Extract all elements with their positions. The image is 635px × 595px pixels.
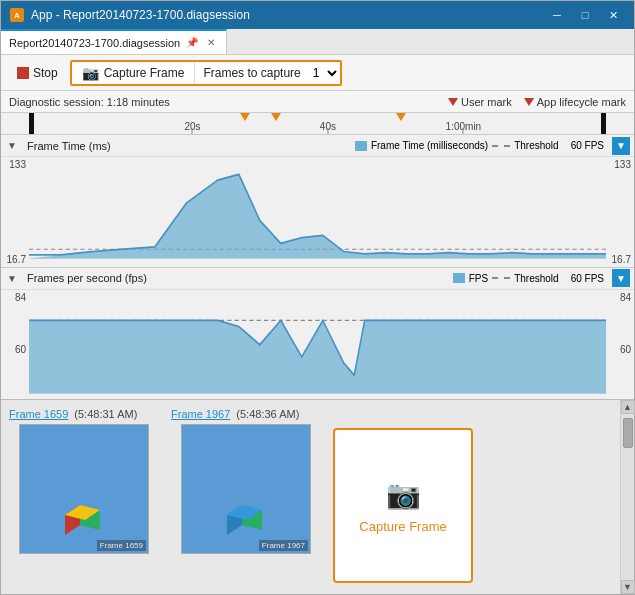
y-top-right-1: 133 [606,159,634,170]
tab-label: Report20140723-1700.diagsession [9,37,180,49]
frame-1659-link[interactable]: Frame 1659 [9,408,68,420]
frame-1967-link[interactable]: Frame 1967 [171,408,230,420]
svg-marker-4 [29,174,606,258]
frame-1659-header: Frame 1659 (5:48:31 AM) [9,408,159,420]
y-top-1: 133 [1,159,29,170]
app-lifecycle-label: App lifecycle mark [537,96,626,108]
collapse-arrow-2[interactable]: ▼ [5,271,19,285]
scroll-down-button[interactable]: ▼ [621,580,635,594]
stop-label: Stop [33,66,58,80]
charts-area: ▼ Frame Time (ms) Frame Time (millisecon… [1,135,634,399]
timeline-marker-1 [240,113,250,121]
legend: User mark App lifecycle mark [448,96,626,108]
tab-close-button[interactable]: ✕ [204,36,218,50]
minimize-button[interactable]: ─ [544,5,570,25]
capture-group: 📷 Capture Frame Frames to capture 1 2 4 [70,60,342,86]
frame-time-y-right: 133 16.7 [606,157,634,267]
stop-icon [17,67,29,79]
user-mark-icon [448,98,458,106]
frame-1967-header: Frame 1967 (5:48:36 AM) [171,408,321,420]
window-controls: ─ □ ✕ [544,5,626,25]
ruler-tick-40s [327,128,328,134]
ruler-tick-1min [463,128,464,134]
user-mark-legend: User mark [448,96,512,108]
capture-frame-tile[interactable]: 📷 Capture Frame [333,428,473,583]
fps-canvas [29,290,606,400]
fps-y-left: 84 60 [1,290,29,400]
y-mid-2: 60 [1,344,29,355]
y-bottom-right-1: 16.7 [606,254,634,265]
threshold-dashed-2 [492,277,510,279]
capture-tile-label: Capture Frame [359,519,446,534]
fps-label-2: 60 FPS [571,273,604,284]
fps-dropdown-1[interactable]: ▼ [612,137,630,155]
y-top-right-2: 84 [606,292,634,303]
y-mid-right-2: 60 [606,344,634,355]
ruler-tick-20s [192,128,193,134]
timeline-marker-2 [271,113,281,121]
frame-time-color [355,141,367,151]
threshold-dashed-1 [492,145,510,147]
scroll-thumb[interactable] [623,418,633,448]
frame-1967-thumbnail: Frame 1967 [181,424,311,554]
app-lifecycle-icon [524,98,534,106]
frames-to-capture-label: Frames to capture [195,66,308,80]
stop-button[interactable]: Stop [9,63,66,83]
fps-legend-label: FPS [469,273,488,284]
frame-time-legend: Frame Time (milliseconds) Threshold [355,140,559,151]
vertical-scrollbar: ▲ ▼ [620,400,634,594]
fps-label-1: 60 FPS [571,140,604,151]
frame-time-y-left: 133 16.7 [1,157,29,267]
frame-1659-thumbnail: Frame 1659 [19,424,149,554]
frame-time-chart: ▼ Frame Time (ms) Frame Time (millisecon… [1,135,634,268]
session-label: Diagnostic session: 1:18 minutes [9,96,448,108]
tab-bar: Report20140723-1700.diagsession 📌 ✕ [1,29,634,55]
timeline-start-bar [29,113,34,134]
toolbar: Stop 📷 Capture Frame Frames to capture 1… [1,55,634,91]
app-lifecycle-legend: App lifecycle mark [524,96,626,108]
fps-header: ▼ Frames per second (fps) FPS Threshold … [1,268,634,290]
svg-marker-7 [29,320,606,393]
frame-time-legend-label: Frame Time (milliseconds) [371,140,488,151]
fps-chart: ▼ Frames per second (fps) FPS Threshold … [1,268,634,400]
diagnostic-bar: Diagnostic session: 1:18 minutes User ma… [1,91,634,113]
frame-time-canvas [29,157,606,267]
frame-1659-label: Frame 1659 [97,540,146,551]
timeline-marker-3 [396,113,406,121]
fps-legend: FPS Threshold [453,273,559,284]
window-title: App - Report20140723-1700.diagsession [31,8,544,22]
capture-frame-button[interactable]: 📷 Capture Frame [72,62,196,84]
camera-icon: 📷 [82,65,99,81]
fps-color [453,273,465,283]
tab-diagsession[interactable]: Report20140723-1700.diagsession 📌 ✕ [1,29,227,54]
y-bottom-1: 16.7 [1,254,29,265]
threshold-label-2: Threshold [514,273,558,284]
timeline-end-bar [601,113,606,134]
fps-title: Frames per second (fps) [27,272,445,284]
fps-dropdown-2[interactable]: ▼ [612,269,630,287]
close-button[interactable]: ✕ [600,5,626,25]
tab-pin-icon: 📌 [186,37,198,48]
fps-svg [29,290,606,400]
frame-time-body: 133 16.7 133 16.7 [1,157,634,267]
capture-frame-label: Capture Frame [104,66,185,80]
app-icon: A [9,7,25,23]
collapse-arrow-1[interactable]: ▼ [5,139,19,153]
frames-panel: Frame 1659 (5:48:31 AM) [1,399,634,594]
scroll-up-button[interactable]: ▲ [621,400,635,414]
frame-1967: Frame 1967 (5:48:36 AM) Frame 1967 [171,408,321,586]
svg-text:A: A [14,11,20,20]
frames-count-select[interactable]: 1 2 4 [309,65,340,81]
camera-tile-icon: 📷 [386,478,421,511]
frame-1659: Frame 1659 (5:48:31 AM) [9,408,159,586]
frames-list: Frame 1659 (5:48:31 AM) [1,400,634,594]
fps-body: 84 60 84 6 [1,290,634,400]
restore-button[interactable]: □ [572,5,598,25]
user-mark-label: User mark [461,96,512,108]
frame-time-header: ▼ Frame Time (ms) Frame Time (millisecon… [1,135,634,157]
frame-1967-label: Frame 1967 [259,540,308,551]
title-bar: A App - Report20140723-1700.diagsession … [1,1,634,29]
frame-1967-time: (5:48:36 AM) [236,408,299,420]
y-top-2: 84 [1,292,29,303]
threshold-label-1: Threshold [514,140,558,151]
